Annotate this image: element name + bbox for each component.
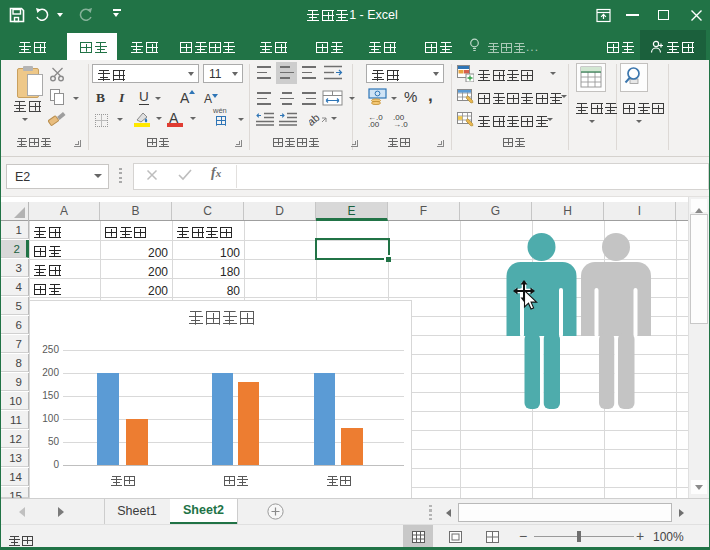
svg-text:ab: ab <box>309 111 322 126</box>
